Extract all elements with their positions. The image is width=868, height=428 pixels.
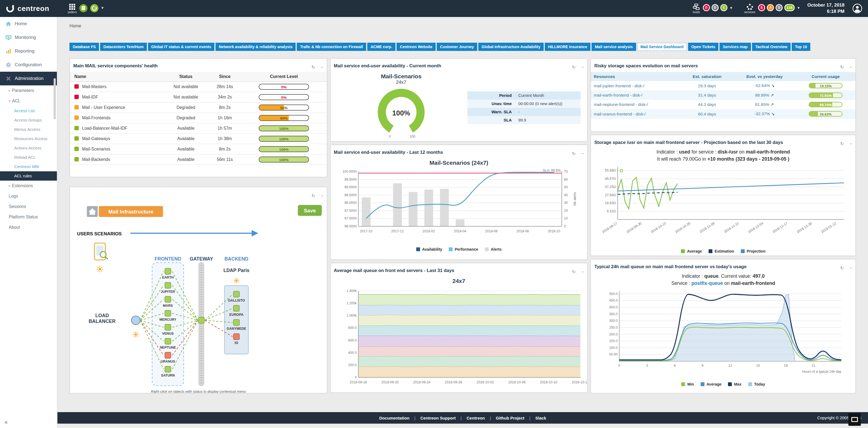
sidebar-item-access-groups[interactable]: Access Groups [0,115,57,125]
footer-link-centreon[interactable]: Centreon [467,416,485,420]
tab-tactical-overview[interactable]: Tactical Overview [752,43,790,51]
breadcrumb[interactable]: Home [57,17,868,43]
table-row[interactable]: mail-jupiter-frontend - disk-/29.3 days-… [591,81,856,90]
footer-link-documentation[interactable]: Documentation [379,416,410,420]
sidebar-item-monitoring[interactable]: Monitoring [0,31,57,44]
collapse-icon[interactable]: − [581,65,584,69]
table-row[interactable]: mail-earth-frontend - disk-/31.4 days88.… [591,90,856,99]
table-row[interactable]: Mail-MastersNot available28m 14s0% [70,82,327,92]
sidebar-collapse-button[interactable]: « [4,419,8,426]
tab-services-map[interactable]: Services map [719,43,751,51]
refresh-icon[interactable]: ↻ [311,65,315,69]
services-button[interactable]: services [744,4,755,14]
load-balancer-node[interactable] [131,316,140,325]
sidebar-item-acl[interactable]: ▾ACL [0,96,57,106]
sidebar-item-sessions[interactable]: Sessions [0,201,57,212]
sidebar-item-access-list[interactable]: Access List [0,106,57,115]
pollers-chevron-icon[interactable]: ▾ [101,5,103,10]
column-header: Status [163,72,209,82]
tab-database-fs[interactable]: Database FS [69,43,99,51]
refresh-icon[interactable]: ↻ [311,194,315,198]
infra-label-chip[interactable]: Mail Infrastructure [87,206,163,217]
centreon-logo[interactable]: centreon [5,4,60,13]
tab-datacenters-tem-hum[interactable]: Datacenters Tem/Hum [100,43,147,51]
gateway-node[interactable] [198,317,204,323]
sidebar-item-extensions[interactable]: ▸Extensions [0,181,57,191]
sidebar-item-platform-status[interactable]: Platform Status [0,212,57,222]
sidebar-item-configuration[interactable]: Configuration [0,58,57,72]
collapse-icon[interactable]: − [321,194,323,198]
tab-open-tickets[interactable]: Open Tickets [688,43,719,51]
footer-link-centreon-support[interactable]: Centreon Support [420,416,456,420]
table-row[interactable]: Mail-ScenariosAvailable8m 2s100% [70,144,327,154]
sidebar-item-actions-access[interactable]: Actions Access [0,143,57,153]
sidebar-item-logs[interactable]: Logs [0,191,57,201]
collapse-icon[interactable]: − [850,65,852,69]
tab-trafic-nb-connection-on-firewall[interactable]: Trafic & Nb connection on Firewall [297,43,366,51]
pollers-button[interactable]: pollers [68,4,76,14]
svg-text:400.0: 400.0 [348,351,356,355]
sidebar-scrollbar[interactable] [54,78,56,119]
tab-network-availability-reliability-analysis[interactable]: Network availability & reliability analy… [216,43,296,51]
footer-link-github-project[interactable]: Github Project [496,416,525,420]
status-badge[interactable]: 4 [767,4,774,11]
sidebar-item-resources-access[interactable]: Resources Access [0,134,57,143]
collapse-icon[interactable]: − [850,141,852,146]
sidebar-item-home[interactable]: Home [0,17,57,31]
refresh-icon[interactable]: ↻ [572,151,576,156]
sidebar-item-administration[interactable]: Administration [0,72,57,85]
table-row[interactable]: Mail-FrontendsDegraded1h 16m60% [70,113,327,123]
collapse-icon[interactable]: − [581,151,584,156]
user-icon[interactable] [852,3,863,14]
tab-acme-corp-[interactable]: ACME corp. [367,43,396,51]
svg-text:GANYMEDE: GANYMEDE [227,327,246,331]
tab-global-infrastructure-availability[interactable]: Global Infrastructure Availability [478,43,544,51]
footer-link-slack[interactable]: Slack [535,416,547,420]
poller-database-icon[interactable] [79,4,88,12]
sidebar-item-centreon-mbi[interactable]: Centreon MBI [0,162,57,171]
services-chevron-icon[interactable]: ▾ [798,5,800,10]
tab-mail-service-dashboard[interactable]: Mail Service Dashboard [637,43,687,51]
status-badge[interactable]: 5 [758,4,765,11]
collapse-icon[interactable]: − [581,269,584,274]
sidebar-item-about[interactable]: About [0,222,57,233]
tab-top-10[interactable]: Top 10 [792,43,810,51]
collapse-icon[interactable]: − [850,266,852,270]
sidebar-item-reporting[interactable]: Reporting [0,44,57,58]
refresh-icon[interactable]: ↻ [840,141,844,146]
hosts-chevron-icon[interactable]: ▾ [730,5,732,10]
configuration-icon [5,62,11,68]
hosts-label: hosts [693,11,700,14]
corner-screen-icon[interactable] [848,413,861,426]
tab-mail-service-analysis[interactable]: Mail service analysis [591,43,636,51]
tab-hillmore-insurance[interactable]: HILLMORE Insurance [545,43,590,51]
status-badge[interactable]: 118 [784,4,795,11]
sidebar-item-menus-access[interactable]: Menus Access [0,125,57,134]
status-badge[interactable]: 0 [776,4,783,11]
table-row[interactable]: mail-neptune-frontend - disk-/44.2 days8… [591,100,856,109]
status-badge[interactable]: 0 [712,4,719,11]
table-row[interactable]: Load-Balancer-Mail-IDFAvailable1h 57m100… [70,123,327,134]
refresh-icon[interactable]: ↻ [840,65,844,69]
refresh-icon[interactable]: ↻ [572,65,576,69]
table-row[interactable]: Mail-GatewaysAvailable1h 38m100% [70,134,327,144]
status-badge[interactable]: 0 [703,4,710,11]
save-button[interactable]: Save [298,205,322,216]
sidebar-item-parameters[interactable]: ▸Parameters [0,85,57,96]
refresh-icon[interactable]: ↻ [840,266,844,270]
collapse-icon[interactable]: − [321,65,323,69]
table-row[interactable]: Mail - User ExperienceDegraded8m 2s50% [70,102,327,113]
tab-global-it-status-current-events[interactable]: Global IT status & current events [148,43,214,51]
hosts-button[interactable]: hosts [693,4,700,14]
table-row[interactable]: mail-uranus-frontend - disk-/60.4 days-3… [591,109,856,118]
svg-text:200.0: 200.0 [348,363,356,367]
tab-centreon-website[interactable]: Centreon Website [397,43,436,51]
sidebar-item-acl-rules[interactable]: ACL rules [0,171,57,181]
refresh-icon[interactable]: ↻ [572,269,576,274]
poller-sync-icon[interactable] [90,4,98,12]
sidebar-item-reload-acl[interactable]: Reload ACL [0,153,57,162]
table-row[interactable]: Mail-BackendsAvailable56m 11s100% [70,154,327,165]
table-row[interactable]: Mail-IDFNot available34m 2s0% [70,92,327,102]
tab-customer-journey[interactable]: Customer Journey [437,43,477,51]
status-badge[interactable]: 5 [720,4,727,11]
